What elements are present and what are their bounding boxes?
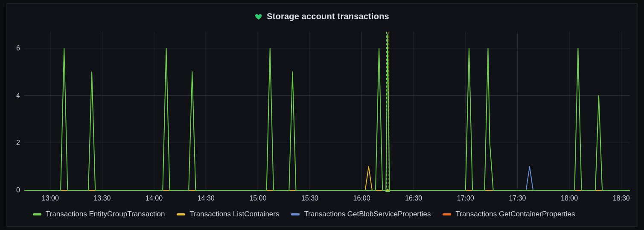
svg-text:16:00: 16:00 bbox=[353, 195, 370, 202]
legend-label: Transactions GetContainerProperties bbox=[455, 210, 575, 218]
legend-item[interactable]: Transactions EntityGroupTransaction bbox=[33, 210, 165, 218]
legend-item[interactable]: Transactions GetContainerProperties bbox=[443, 210, 575, 218]
svg-text:18:00: 18:00 bbox=[561, 195, 578, 202]
chart-legend: Transactions EntityGroupTransactionTrans… bbox=[6, 206, 638, 226]
svg-text:0: 0 bbox=[16, 186, 20, 194]
legend-label: Transactions ListContainers bbox=[189, 210, 279, 218]
legend-swatch bbox=[177, 213, 185, 215]
svg-text:15:30: 15:30 bbox=[301, 195, 318, 202]
svg-text:6: 6 bbox=[16, 44, 20, 52]
legend-swatch bbox=[33, 213, 41, 215]
svg-text:2: 2 bbox=[16, 139, 20, 146]
svg-text:13:30: 13:30 bbox=[93, 195, 111, 202]
heart-icon bbox=[255, 13, 262, 21]
svg-text:14:30: 14:30 bbox=[198, 195, 215, 202]
chart-panel: Storage account transactions 024613:0013… bbox=[6, 3, 638, 227]
panel-header: Storage account transactions bbox=[6, 4, 638, 23]
legend-item[interactable]: Transactions ListContainers bbox=[177, 210, 279, 218]
svg-text:14:00: 14:00 bbox=[146, 195, 163, 202]
svg-text:13:00: 13:00 bbox=[42, 195, 59, 202]
svg-text:4: 4 bbox=[16, 92, 20, 99]
panel-title: Storage account transactions bbox=[267, 12, 389, 21]
svg-text:17:30: 17:30 bbox=[509, 195, 526, 202]
chart-plot-area[interactable]: 024613:0013:3014:0014:3015:0015:3016:001… bbox=[6, 23, 638, 206]
svg-text:16:30: 16:30 bbox=[405, 195, 422, 202]
legend-swatch bbox=[291, 213, 300, 215]
chart-svg: 024613:0013:3014:0014:3015:0015:3016:001… bbox=[6, 23, 638, 206]
svg-text:15:00: 15:00 bbox=[249, 195, 266, 202]
legend-label: Transactions GetBlobServiceProperties bbox=[304, 210, 431, 218]
legend-label: Transactions EntityGroupTransaction bbox=[46, 210, 165, 218]
svg-text:17:00: 17:00 bbox=[457, 195, 474, 202]
legend-item[interactable]: Transactions GetBlobServiceProperties bbox=[291, 210, 431, 218]
legend-swatch bbox=[443, 213, 451, 215]
svg-text:18:30: 18:30 bbox=[613, 195, 630, 202]
